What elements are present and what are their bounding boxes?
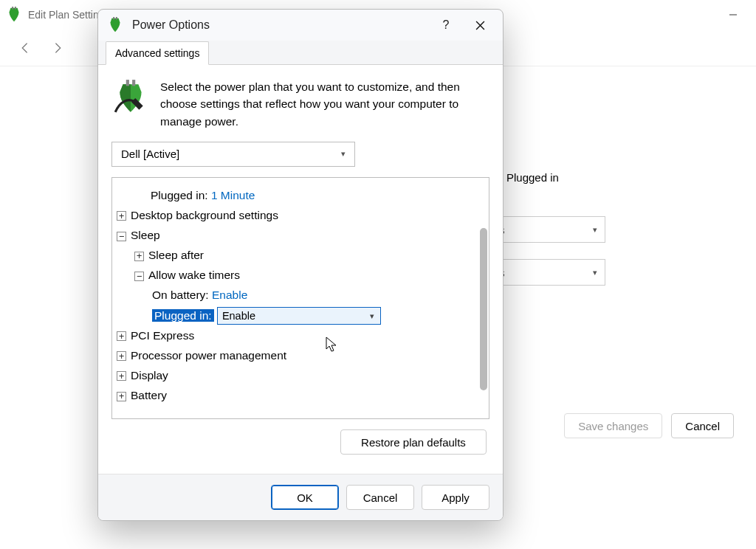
svg-rect-6 xyxy=(116,17,117,20)
plugged-in-label: Plugged in xyxy=(506,171,559,184)
chevron-down-icon: ▾ xyxy=(593,268,597,277)
chevron-down-icon: ▾ xyxy=(364,309,380,323)
wake-timers-plugged-in-combo[interactable]: Enable ▾ xyxy=(217,307,381,325)
expand-icon[interactable]: + xyxy=(117,371,126,381)
tree-node-processor[interactable]: +Processor power management xyxy=(117,345,474,365)
expand-icon[interactable]: + xyxy=(117,392,126,401)
help-button[interactable]: ? xyxy=(429,13,463,38)
collapse-icon[interactable]: − xyxy=(134,272,144,281)
dialog-footer: OK Cancel Apply xyxy=(98,474,503,520)
close-button[interactable] xyxy=(463,13,497,38)
dialog-title: Power Options xyxy=(132,18,210,32)
dialog-tabstrip: Advanced settings xyxy=(98,41,503,65)
collapse-icon[interactable]: − xyxy=(117,232,126,241)
minimize-button[interactable] xyxy=(716,4,750,25)
cancel-button[interactable]: Cancel xyxy=(346,485,414,510)
tree-node-sleep[interactable]: −Sleep xyxy=(117,225,474,245)
tree-node-desktop-bg[interactable]: +Desktop background settings xyxy=(117,205,474,225)
ok-button[interactable]: OK xyxy=(271,485,339,510)
selected-setting-label: Plugged in: xyxy=(152,309,214,322)
settings-tree: Plugged in: 1 Minute +Desktop background… xyxy=(111,177,489,419)
dialog-intro-text: Select the power plan that you want to c… xyxy=(160,78,489,130)
tree-node-allow-wake-timers[interactable]: −Allow wake timers xyxy=(117,265,474,285)
tree-value-plugged-in[interactable]: Plugged in: Enable ▾ xyxy=(117,305,474,325)
chevron-down-icon: ▾ xyxy=(593,225,597,235)
tree-node-sleep-after[interactable]: +Sleep after xyxy=(117,245,474,265)
dialog-body: Select the power plan that you want to c… xyxy=(98,65,503,474)
scrollbar-thumb[interactable] xyxy=(480,228,487,390)
cancel-button[interactable]: Cancel xyxy=(671,413,734,438)
svg-rect-7 xyxy=(126,80,129,86)
power-plan-select[interactable]: Dell [Active] ▾ xyxy=(111,142,355,167)
tree-node-pci-express[interactable]: +PCI Express xyxy=(117,325,474,345)
battery-power-icon xyxy=(111,78,150,117)
plan-select-value: Dell [Active] xyxy=(121,148,179,160)
svg-rect-1 xyxy=(15,7,16,10)
value-link[interactable]: Enable xyxy=(212,289,247,301)
expand-icon[interactable]: + xyxy=(117,331,126,341)
power-icon xyxy=(107,17,126,33)
dialog-titlebar: Power Options ? xyxy=(98,10,503,41)
power-options-dialog: Power Options ? Advanced settings Select… xyxy=(97,9,504,521)
expand-icon[interactable]: + xyxy=(117,211,126,221)
svg-rect-8 xyxy=(132,80,135,86)
expand-icon[interactable]: + xyxy=(117,351,126,361)
chevron-down-icon: ▾ xyxy=(341,149,346,159)
tree-value-plugged-in-1min[interactable]: Plugged in: 1 Minute xyxy=(117,185,474,205)
tree-node-display[interactable]: +Display xyxy=(117,365,474,385)
svg-rect-0 xyxy=(12,7,13,10)
apply-button[interactable]: Apply xyxy=(422,485,489,510)
parent-body-hint: o use. xyxy=(472,133,726,145)
save-changes-button[interactable]: Save changes xyxy=(564,413,662,438)
value-link[interactable]: 1 Minute xyxy=(211,189,255,201)
power-icon xyxy=(6,7,22,23)
tree-node-battery[interactable]: +Battery xyxy=(117,385,474,405)
parent-actions: Save changes Cancel xyxy=(564,413,734,438)
tab-advanced-settings[interactable]: Advanced settings xyxy=(106,41,209,65)
back-arrow-icon[interactable] xyxy=(15,38,35,58)
combo-value: Enable xyxy=(222,307,364,325)
svg-rect-5 xyxy=(113,17,114,20)
tree-value-on-battery[interactable]: On battery: Enable xyxy=(117,285,474,305)
dialog-intro: Select the power plan that you want to c… xyxy=(111,78,489,130)
restore-plan-defaults-button[interactable]: Restore plan defaults xyxy=(340,429,487,455)
expand-icon[interactable]: + xyxy=(134,252,144,261)
forward-arrow-icon[interactable] xyxy=(47,38,68,58)
